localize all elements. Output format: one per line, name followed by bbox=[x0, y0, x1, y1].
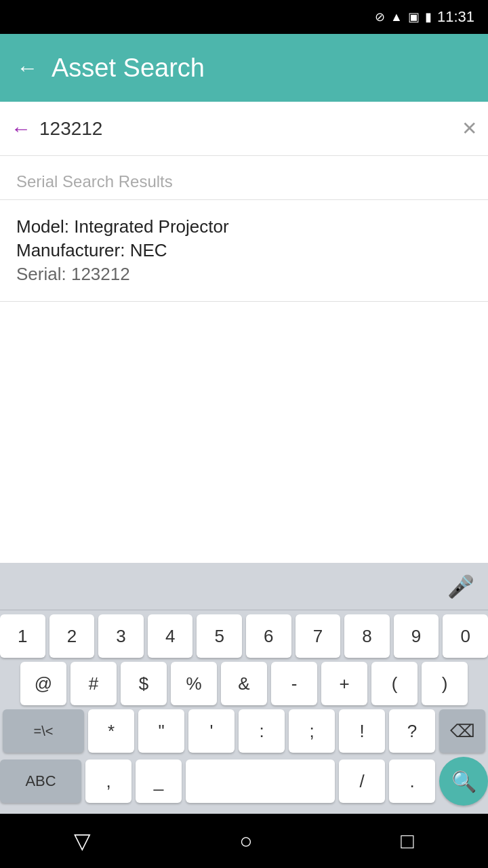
key-exclamation[interactable]: ! bbox=[339, 709, 385, 753]
key-backspace[interactable]: ⌫ bbox=[439, 709, 485, 753]
search-back-button[interactable]: ← bbox=[11, 117, 31, 140]
result-manufacturer: Manufacturer: NEC bbox=[16, 240, 472, 261]
key-minus[interactable]: - bbox=[271, 662, 317, 705]
key-ampersand[interactable]: & bbox=[221, 662, 267, 705]
keyboard-row-misc: =\< * " ' : ; ! ? ⌫ bbox=[0, 709, 488, 753]
status-icons: ⊘ ▲ ▣ ▮ 11:31 bbox=[375, 8, 474, 26]
key-dollar[interactable]: $ bbox=[121, 662, 167, 705]
search-input[interactable] bbox=[39, 118, 453, 140]
divider-bottom bbox=[0, 301, 488, 302]
keyboard-row-symbols: @ # $ % & - + ( ) bbox=[0, 662, 488, 705]
nav-back-icon[interactable]: ▽ bbox=[74, 828, 91, 854]
key-9[interactable]: 9 bbox=[394, 614, 439, 658]
key-abc[interactable]: ABC bbox=[0, 760, 81, 803]
result-serial: Serial: 123212 bbox=[16, 264, 472, 285]
signal-icon: ▣ bbox=[408, 9, 420, 24]
page-title: Asset Search bbox=[52, 54, 205, 83]
key-hash[interactable]: # bbox=[70, 662, 117, 705]
keyboard-row-numbers: 1 2 3 4 5 6 7 8 9 0 bbox=[0, 614, 488, 658]
clear-search-button[interactable]: ✕ bbox=[462, 117, 477, 140]
search-bar: ← ✕ bbox=[0, 102, 488, 156]
key-3[interactable]: 3 bbox=[98, 614, 144, 658]
key-1[interactable]: 1 bbox=[0, 614, 45, 658]
key-5[interactable]: 5 bbox=[197, 614, 242, 658]
key-4[interactable]: 4 bbox=[148, 614, 193, 658]
mic-icon[interactable]: 🎤 bbox=[447, 574, 474, 599]
keyboard-toolbar: 🎤 bbox=[0, 563, 488, 610]
app-bar-back-button[interactable]: ← bbox=[16, 56, 38, 81]
key-at[interactable]: @ bbox=[20, 662, 66, 705]
nav-recents-icon[interactable]: □ bbox=[401, 829, 413, 854]
key-asterisk[interactable]: * bbox=[88, 709, 134, 753]
keyboard: 🎤 1 2 3 4 5 6 7 8 9 0 @ # $ % & - + ( ) bbox=[0, 563, 488, 814]
app-bar: ← Asset Search bbox=[0, 34, 488, 102]
key-plus[interactable]: + bbox=[321, 662, 367, 705]
wifi-icon: ▲ bbox=[390, 10, 403, 24]
battery-icon: ▮ bbox=[425, 9, 432, 24]
key-7[interactable]: 7 bbox=[296, 614, 341, 658]
time-display: 11:31 bbox=[437, 8, 474, 26]
key-slash[interactable]: / bbox=[339, 760, 385, 803]
key-period[interactable]: . bbox=[389, 760, 435, 803]
section-header: Serial Search Results bbox=[0, 156, 488, 199]
key-open-paren[interactable]: ( bbox=[371, 662, 418, 705]
key-0[interactable]: 0 bbox=[443, 614, 488, 658]
keyboard-rows: 1 2 3 4 5 6 7 8 9 0 @ # $ % & - + ( ) =\… bbox=[0, 610, 488, 814]
bottom-navigation: ▽ ○ □ bbox=[0, 814, 488, 868]
key-8[interactable]: 8 bbox=[344, 614, 390, 658]
search-button[interactable]: 🔍 bbox=[439, 757, 488, 806]
key-equals-backslash[interactable]: =\< bbox=[3, 709, 84, 753]
do-not-disturb-icon: ⊘ bbox=[375, 9, 385, 24]
key-2[interactable]: 2 bbox=[49, 614, 95, 658]
key-singlequote[interactable]: ' bbox=[188, 709, 235, 753]
result-model: Model: Integrated Projector bbox=[16, 216, 472, 237]
key-close-paren[interactable]: ) bbox=[422, 662, 468, 705]
search-results-content: Serial Search Results Model: Integrated … bbox=[0, 156, 488, 302]
nav-home-icon[interactable]: ○ bbox=[239, 829, 252, 854]
status-bar: ⊘ ▲ ▣ ▮ 11:31 bbox=[0, 0, 488, 34]
key-space[interactable] bbox=[186, 760, 335, 803]
keyboard-row-bottom: ABC , _ / . 🔍 bbox=[0, 757, 488, 806]
result-item[interactable]: Model: Integrated Projector Manufacturer… bbox=[0, 200, 488, 301]
key-semicolon[interactable]: ; bbox=[289, 709, 335, 753]
key-doublequote[interactable]: " bbox=[138, 709, 184, 753]
key-underscore[interactable]: _ bbox=[136, 760, 182, 803]
key-colon[interactable]: : bbox=[239, 709, 285, 753]
key-percent[interactable]: % bbox=[171, 662, 217, 705]
key-question[interactable]: ? bbox=[389, 709, 435, 753]
key-comma[interactable]: , bbox=[85, 760, 131, 803]
key-6[interactable]: 6 bbox=[246, 614, 291, 658]
